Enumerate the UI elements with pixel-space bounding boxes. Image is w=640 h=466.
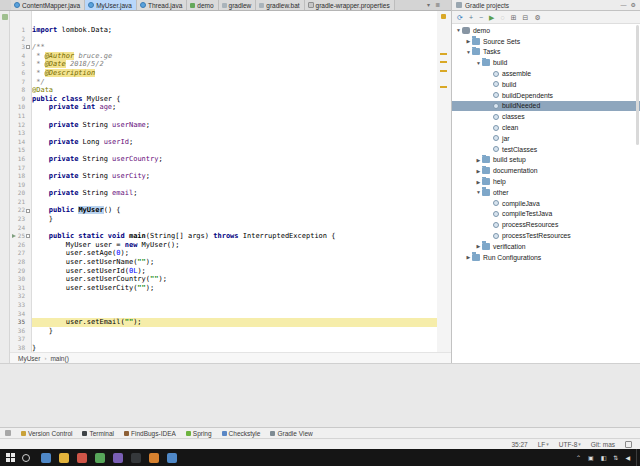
error-stripe[interactable]: [437, 11, 451, 352]
tree-node-demo[interactable]: ▼demo: [452, 25, 640, 36]
code-line[interactable]: @Data: [32, 86, 437, 95]
tree-collapse-arrow-icon[interactable]: ▼: [475, 189, 482, 195]
warning-stripe-mark[interactable]: [440, 70, 447, 72]
warning-stripe-mark[interactable]: [440, 61, 447, 63]
app-icon-7[interactable]: [149, 453, 159, 463]
code-line[interactable]: public MyUser() {: [32, 206, 437, 215]
tree-node-Run-Configurations[interactable]: ▶Run Configurations: [452, 252, 640, 263]
tray-app-icon-1[interactable]: ▣: [588, 453, 594, 463]
code-line[interactable]: }: [32, 327, 437, 336]
fold-icon[interactable]: [26, 209, 30, 213]
editor-options-icon[interactable]: ≣: [435, 1, 440, 8]
code-line[interactable]: [32, 198, 437, 207]
inspection-indicator-icon[interactable]: [441, 14, 446, 19]
breadcrumb-method[interactable]: main(): [50, 355, 68, 362]
vcs-branch[interactable]: Git: mas: [591, 441, 615, 448]
code-line[interactable]: private String userCity;: [32, 172, 437, 181]
tree-node-compileJava[interactable]: compileJava: [452, 198, 640, 209]
tree-node-classes[interactable]: classes: [452, 111, 640, 122]
run-task-icon[interactable]: ▶: [489, 12, 494, 23]
collapse-all-icon[interactable]: ⊟: [523, 12, 529, 23]
code-line[interactable]: public class MyUser {: [32, 95, 437, 104]
app-icon-6[interactable]: [131, 453, 141, 463]
show-desktop-button[interactable]: [636, 449, 640, 466]
tray-app-icon-2[interactable]: ◧: [601, 453, 607, 463]
code-line[interactable]: [32, 164, 437, 173]
tree-node-processResources[interactable]: processResources: [452, 219, 640, 230]
toolwindow-button-Spring[interactable]: Spring: [186, 430, 212, 437]
app-icon-8[interactable]: [167, 453, 177, 463]
code-line[interactable]: [32, 301, 437, 310]
hide-panel-icon[interactable]: —: [621, 0, 627, 10]
app-icon-1[interactable]: [41, 453, 51, 463]
code-line[interactable]: * @Author bruce.ge: [32, 52, 437, 61]
toolwindow-button-Terminal[interactable]: Terminal: [82, 430, 114, 437]
tree-collapse-arrow-icon[interactable]: ▼: [455, 27, 462, 33]
app-icon-2[interactable]: [59, 453, 69, 463]
tree-expand-arrow-icon[interactable]: ▶: [475, 168, 482, 174]
code-line[interactable]: [32, 35, 437, 44]
hidden-tabs-list-icon[interactable]: ▾: [427, 1, 430, 8]
line-separator-selector[interactable]: LF ▾: [538, 441, 549, 448]
code-line[interactable]: [32, 224, 437, 233]
toolwindow-button-FindBugs-IDEA[interactable]: FindBugs-IDEA: [124, 430, 176, 437]
code-editor[interactable]: import lombok.Data;/** * @Author bruce.g…: [32, 11, 437, 352]
editor-tab-demo[interactable]: demo: [187, 0, 218, 10]
volume-icon[interactable]: ◀: [625, 453, 630, 463]
code-line[interactable]: * @Description: [32, 69, 437, 78]
tree-node-jar[interactable]: jar: [452, 133, 640, 144]
code-line[interactable]: */: [32, 78, 437, 87]
tree-node-build[interactable]: ▼build: [452, 57, 640, 68]
code-line[interactable]: private Long userId;: [32, 138, 437, 147]
tree-node-buildNeeded[interactable]: buildNeeded: [452, 101, 640, 112]
warning-stripe-mark[interactable]: [440, 53, 447, 55]
code-line[interactable]: user.setAge(0);: [32, 249, 437, 258]
panel-settings-icon[interactable]: ⚙: [631, 0, 636, 10]
project-toolwindow-stripe-icon[interactable]: [2, 14, 8, 20]
lock-icon[interactable]: [625, 441, 632, 448]
code-line[interactable]: /**: [32, 43, 437, 52]
tree-node-Tasks[interactable]: ▼Tasks: [452, 47, 640, 58]
code-line[interactable]: }: [32, 215, 437, 224]
tree-node-processTestResources[interactable]: processTestResources: [452, 230, 640, 241]
app-icon-5[interactable]: [113, 453, 123, 463]
toolwindow-switcher-icon[interactable]: [5, 430, 11, 436]
code-line[interactable]: user.setEmail("");: [32, 318, 437, 327]
code-line[interactable]: user.setUserCity("");: [32, 284, 437, 293]
start-button[interactable]: [6, 453, 15, 462]
code-line[interactable]: user.setUserName("");: [32, 258, 437, 267]
tree-expand-arrow-icon[interactable]: ▶: [465, 254, 472, 260]
editor-tab-MyUser.java[interactable]: MyUser.java: [85, 0, 137, 10]
tree-node-help[interactable]: ▶help: [452, 176, 640, 187]
code-line[interactable]: [32, 335, 437, 344]
caret-position[interactable]: 35:27: [511, 441, 527, 448]
tree-collapse-arrow-icon[interactable]: ▼: [465, 49, 472, 55]
search-icon[interactable]: [22, 454, 30, 462]
attach-project-icon[interactable]: +: [469, 12, 473, 23]
code-line[interactable]: [32, 146, 437, 155]
gradle-project-tree[interactable]: ▼demo▶Source Sets▼Tasks▼buildassemblebui…: [452, 25, 640, 363]
tree-node-build-setup[interactable]: ▶build setup: [452, 155, 640, 166]
code-line[interactable]: private String userName;: [32, 121, 437, 130]
tree-node-Source-Sets[interactable]: ▶Source Sets: [452, 36, 640, 47]
tree-expand-arrow-icon[interactable]: ▶: [475, 157, 482, 163]
code-line[interactable]: import lombok.Data;: [32, 26, 437, 35]
network-icon[interactable]: ⇅: [613, 453, 618, 463]
editor-tab-gradle-wrapper.properties[interactable]: gradle-wrapper.properties: [305, 0, 395, 10]
toolwindow-button-Checkstyle[interactable]: Checkstyle: [222, 430, 261, 437]
gradle-tree-scrollbar[interactable]: [636, 25, 639, 145]
tree-node-build[interactable]: build: [452, 79, 640, 90]
toolwindow-button-Gradle-View[interactable]: Gradle View: [270, 430, 312, 437]
tree-node-compileTestJava[interactable]: compileTestJava: [452, 209, 640, 220]
tree-node-documentation[interactable]: ▶documentation: [452, 165, 640, 176]
fold-icon[interactable]: [26, 234, 30, 238]
app-icon-4[interactable]: [95, 453, 105, 463]
code-line[interactable]: [32, 310, 437, 319]
tree-node-verification[interactable]: ▶verification: [452, 241, 640, 252]
detach-project-icon[interactable]: −: [479, 12, 483, 23]
expand-all-icon[interactable]: ⊞: [511, 12, 517, 23]
tree-expand-arrow-icon[interactable]: ▶: [465, 38, 472, 44]
toolwindow-button-Version-Control[interactable]: Version Control: [21, 430, 72, 437]
app-icon-3[interactable]: [77, 453, 87, 463]
tree-node-assemble[interactable]: assemble: [452, 68, 640, 79]
